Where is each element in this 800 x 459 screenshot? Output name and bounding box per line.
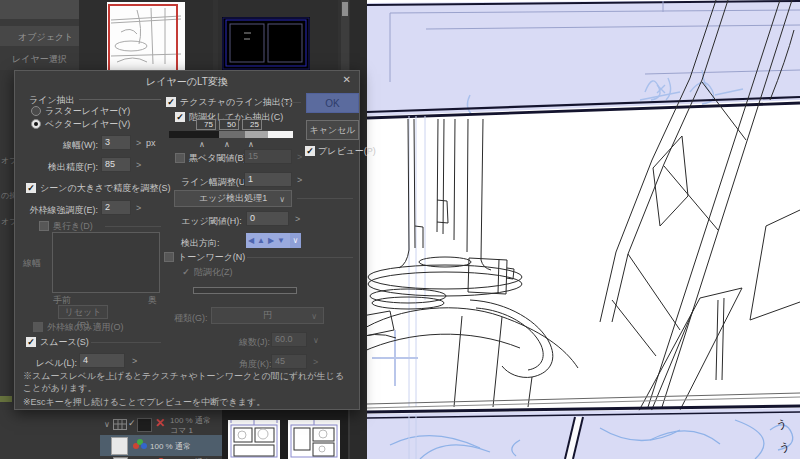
cancel-button[interactable]: キャンセル [306, 120, 359, 140]
canvas-preview-thumbnail[interactable] [107, 2, 185, 70]
panel-fragment: オブ [1, 216, 14, 227]
threshold-gradient-bar[interactable] [169, 131, 293, 138]
precision-input[interactable]: 85 [101, 157, 131, 172]
black-fill-input: 15 [244, 149, 292, 164]
layer-palette: ∨ ✓ ✕ 100 % 通常 コマ 1 100 % 通常 100 [0, 410, 350, 459]
threshold-value-1[interactable]: 75 [196, 119, 216, 130]
tone-type-dropdown: 円 ∨ [211, 307, 324, 324]
layer-row-selected[interactable]: 100 % 通常 [100, 435, 222, 456]
arrow-down-icon[interactable]: ▼ [276, 233, 286, 248]
scrollbar-thumb[interactable] [342, 2, 348, 16]
smooth-label[interactable]: スムース(S) [40, 336, 89, 349]
tool-item-object-label: オブジェクト [18, 31, 73, 44]
canvas-area[interactable] [350, 0, 800, 459]
tonework-slider [193, 287, 297, 294]
panel-fragment: オブジ [1, 155, 14, 166]
texture-extract-checkbox[interactable]: ✓ [166, 97, 176, 107]
tonework-label[interactable]: トーンワーク(N) [178, 251, 245, 264]
smooth-checkbox[interactable]: ✓ [26, 337, 36, 347]
direction-dropdown-chevron[interactable]: ∨ [290, 233, 301, 248]
dialog-title: レイヤーのLT変換 [15, 75, 359, 89]
scrollbar-track[interactable] [341, 0, 349, 70]
occluded-panel-sliver: オブジ の操 オブ [0, 70, 14, 459]
threshold-value-2[interactable]: 50 [219, 119, 239, 130]
scene-adjust-checkbox[interactable]: ✓ [26, 183, 36, 193]
esc-hint-note: ※Escキーを押し続けることでプレビューを中断できます。 [23, 397, 353, 409]
black-fill-label[interactable]: 黒ベタ閾値(B) [189, 152, 246, 165]
line-width-adjust-input[interactable]: 1 [244, 172, 292, 187]
layer-row-koma[interactable]: ∨ ✓ ✕ 100 % 通常 コマ 1 [100, 414, 222, 435]
radio-vector-layer[interactable] [31, 119, 41, 129]
radio-vector-label[interactable]: ベクターレイヤー(V) [45, 118, 130, 131]
preview-label[interactable]: プレビュー(P) [318, 145, 376, 158]
section-divider [79, 99, 161, 100]
spinner-icon: > [313, 357, 318, 367]
arrow-right-icon[interactable]: ▶ [266, 233, 276, 248]
texture-extract-label[interactable]: テクスチャのライン抽出(T) [180, 96, 292, 109]
section-divider [247, 257, 353, 258]
outline-only-checkbox[interactable] [33, 322, 43, 332]
tool-item-layer-select[interactable]: レイヤー選択 [12, 53, 67, 66]
chevron-down-icon[interactable]: ∨ [104, 421, 110, 429]
depth-curve-graph[interactable] [52, 232, 160, 293]
threshold-handle-icon[interactable]: ∧ [224, 140, 230, 149]
spinner-icon[interactable]: > [297, 175, 302, 185]
outline-strength-input[interactable]: 2 [101, 200, 131, 215]
navigator-page-thumbnail[interactable] [222, 17, 310, 70]
outline-strength-label: 外枠線強調度(E): [15, 204, 98, 217]
direction-button-group[interactable]: ◀▲▶▼ [246, 233, 290, 248]
spinner-icon[interactable]: > [132, 356, 137, 366]
threshold-value-3[interactable]: 25 [242, 119, 262, 130]
threshold-handle-icon[interactable]: ∧ [248, 140, 254, 149]
px-unit-label: px [146, 138, 156, 148]
tonework-tone-checkbox: ✓ [181, 267, 191, 277]
tonework-checkbox[interactable] [164, 252, 174, 262]
tonework-tone-label: 階調化(Z) [194, 266, 233, 279]
spinner-icon[interactable]: > [136, 160, 141, 170]
layer-thumbnail[interactable] [137, 418, 152, 432]
visibility-check-icon[interactable]: ✓ [128, 418, 136, 428]
threshold-handle-icon[interactable]: ∧ [199, 140, 205, 149]
spinner-icon[interactable]: > [136, 138, 141, 148]
edge-process-dropdown[interactable]: エッジ検出処理1 ∨ [174, 190, 292, 207]
spinner-icon[interactable]: > [295, 214, 300, 224]
page-thumbnail-2[interactable] [288, 420, 340, 459]
tone-first-checkbox[interactable]: ✓ [175, 112, 185, 122]
preview-checkbox[interactable]: ✓ [305, 146, 315, 156]
scene-adjust-label[interactable]: シーンの大きさで精度を調整(S) [40, 182, 170, 195]
line-width-input[interactable]: 3 [101, 135, 131, 150]
graph-far-label: 奥 [148, 294, 157, 307]
graph-axis-label: 線幅 [23, 257, 41, 270]
draft-red-x-icon: ✕ [155, 416, 165, 430]
page-manager-strip [222, 410, 348, 459]
layer-thumbnail[interactable] [111, 437, 128, 455]
reset-button[interactable]: リセット(R) [58, 305, 108, 319]
tone-type-value: 円 [263, 310, 272, 320]
radio-raster-layer[interactable] [31, 106, 41, 116]
radio-dot [34, 122, 38, 126]
outline-only-label[interactable]: 外枠線のみ適用(O) [47, 321, 123, 334]
edge-process-value: エッジ検出処理1 [199, 193, 268, 203]
page-thumbnail-1[interactable] [228, 420, 280, 459]
canvas-sketch-text: う [776, 417, 787, 432]
spinner-icon[interactable]: > [136, 203, 141, 213]
line-width-label: 線幅(W): [15, 139, 98, 152]
level-input[interactable]: 4 [79, 353, 125, 368]
chevron-down-icon: ∨ [313, 337, 319, 345]
section-divider [91, 342, 161, 343]
black-fill-checkbox[interactable] [175, 153, 185, 163]
tone-freq-input: 60.0 [271, 332, 307, 347]
layer-opacity-label: 100 % 通常 [150, 441, 191, 452]
radio-raster-label[interactable]: ラスターレイヤー(Y) [45, 105, 130, 118]
tool-item-object[interactable]: オブジェクト [0, 26, 79, 46]
direction-label: 検出方向: [181, 237, 220, 250]
lt-conversion-dialog: レイヤーのLT変換 ✕ ライン抽出 ラスターレイヤー(Y) ベクターレイヤー(V… [14, 70, 360, 410]
ok-button[interactable]: OK [306, 93, 359, 113]
depth-checkbox[interactable] [39, 221, 49, 231]
tone-angle-input: 45 [271, 354, 307, 369]
arrow-up-icon[interactable]: ▲ [256, 233, 266, 248]
edge-threshold-input[interactable]: 0 [246, 211, 289, 226]
spinner-icon: > [297, 152, 302, 162]
close-icon[interactable]: ✕ [343, 74, 351, 85]
arrow-left-icon[interactable]: ◀ [246, 233, 256, 248]
